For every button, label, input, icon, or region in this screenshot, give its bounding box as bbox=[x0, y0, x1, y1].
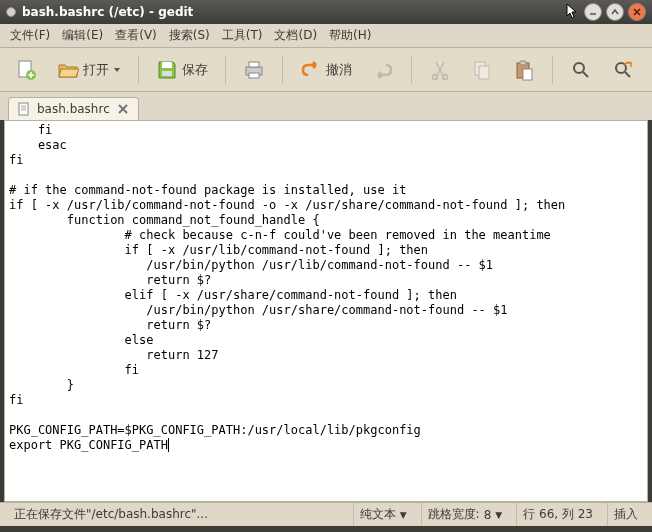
insert-mode[interactable]: 插入 bbox=[607, 503, 644, 526]
print-icon bbox=[243, 59, 265, 81]
status-message: 正在保存文件"/etc/bash.bashrc"... bbox=[8, 503, 345, 526]
tab-label: bash.bashrc bbox=[37, 102, 110, 116]
separator bbox=[138, 56, 139, 84]
find-replace-button[interactable] bbox=[605, 54, 641, 86]
cut-icon bbox=[429, 59, 451, 81]
menu-tools[interactable]: 工具(T) bbox=[216, 24, 269, 47]
separator bbox=[282, 56, 283, 84]
save-icon bbox=[156, 59, 178, 81]
statusbar: 正在保存文件"/etc/bash.bashrc"... 纯文本 ▼ 跳格宽度: … bbox=[0, 502, 652, 526]
undo-label: 撤消 bbox=[326, 61, 352, 79]
search-icon bbox=[570, 59, 592, 81]
titlebar: bash.bashrc (/etc) - gedit bbox=[0, 0, 652, 24]
mouse-cursor bbox=[566, 3, 578, 21]
tab-bashrc[interactable]: bash.bashrc bbox=[8, 97, 139, 120]
undo-button[interactable]: 撤消 bbox=[293, 54, 359, 86]
separator bbox=[225, 56, 226, 84]
save-label: 保存 bbox=[182, 61, 208, 79]
chevron-down-icon bbox=[113, 66, 121, 74]
copy-icon bbox=[471, 59, 493, 81]
syntax-label: 纯文本 bbox=[360, 506, 396, 523]
line-col-text: 行 66, 列 23 bbox=[523, 506, 593, 523]
menu-edit[interactable]: 编辑(E) bbox=[56, 24, 109, 47]
find-button[interactable] bbox=[563, 54, 599, 86]
tabwidth-label: 跳格宽度: bbox=[428, 506, 480, 523]
close-button[interactable] bbox=[628, 3, 646, 21]
svg-rect-2 bbox=[162, 62, 172, 68]
menu-help[interactable]: 帮助(H) bbox=[323, 24, 377, 47]
open-folder-icon bbox=[57, 59, 79, 81]
new-button[interactable] bbox=[8, 54, 44, 86]
menubar: 文件(F) 编辑(E) 查看(V) 搜索(S) 工具(T) 文档(D) 帮助(H… bbox=[0, 24, 652, 48]
toolbar: 打开 保存 撤消 bbox=[0, 48, 652, 92]
separator bbox=[552, 56, 553, 84]
svg-rect-10 bbox=[479, 66, 489, 79]
redo-icon bbox=[372, 59, 394, 81]
svg-rect-5 bbox=[249, 62, 259, 67]
svg-rect-16 bbox=[19, 103, 28, 115]
menu-file[interactable]: 文件(F) bbox=[4, 24, 56, 47]
svg-point-8 bbox=[443, 74, 448, 79]
svg-rect-3 bbox=[162, 71, 172, 76]
cut-button[interactable] bbox=[422, 54, 458, 86]
svg-point-7 bbox=[433, 74, 438, 79]
syntax-selector[interactable]: 纯文本 ▼ bbox=[353, 503, 413, 526]
print-button[interactable] bbox=[236, 54, 272, 86]
save-button[interactable]: 保存 bbox=[149, 54, 215, 86]
maximize-button[interactable] bbox=[606, 3, 624, 21]
window-title: bash.bashrc (/etc) - gedit bbox=[22, 5, 560, 19]
menu-view[interactable]: 查看(V) bbox=[109, 24, 163, 47]
open-label: 打开 bbox=[83, 61, 109, 79]
editor-content: fi esac fi # if the command-not-found pa… bbox=[9, 123, 565, 452]
tabbar: bash.bashrc bbox=[0, 92, 652, 120]
redo-button[interactable] bbox=[365, 54, 401, 86]
close-tab-icon[interactable] bbox=[116, 102, 130, 116]
editor-textarea[interactable]: fi esac fi # if the command-not-found pa… bbox=[4, 120, 648, 502]
insert-label: 插入 bbox=[614, 506, 638, 523]
menu-search[interactable]: 搜索(S) bbox=[163, 24, 216, 47]
svg-rect-6 bbox=[249, 73, 259, 78]
chevron-down-icon: ▼ bbox=[495, 510, 502, 520]
cursor-position: 行 66, 列 23 bbox=[516, 503, 599, 526]
open-button[interactable]: 打开 bbox=[50, 54, 128, 86]
saving-text: 正在保存文件"/etc/bash.bashrc"... bbox=[14, 506, 208, 523]
svg-point-14 bbox=[574, 63, 584, 73]
tabwidth-value: 8 bbox=[484, 508, 492, 522]
text-caret bbox=[168, 438, 169, 452]
window-controls bbox=[584, 3, 646, 21]
svg-rect-12 bbox=[520, 61, 526, 65]
find-replace-icon bbox=[612, 59, 634, 81]
minimize-button[interactable] bbox=[584, 3, 602, 21]
separator bbox=[411, 56, 412, 84]
chevron-down-icon: ▼ bbox=[400, 510, 407, 520]
undo-icon bbox=[300, 59, 322, 81]
paste-button[interactable] bbox=[506, 54, 542, 86]
paste-icon bbox=[513, 59, 535, 81]
copy-button[interactable] bbox=[464, 54, 500, 86]
menu-documents[interactable]: 文档(D) bbox=[268, 24, 323, 47]
svg-rect-13 bbox=[523, 69, 532, 80]
new-file-icon bbox=[15, 59, 37, 81]
tabwidth-selector[interactable]: 跳格宽度: 8 ▼ bbox=[421, 503, 509, 526]
app-indicator bbox=[6, 7, 16, 17]
file-icon bbox=[17, 102, 31, 116]
